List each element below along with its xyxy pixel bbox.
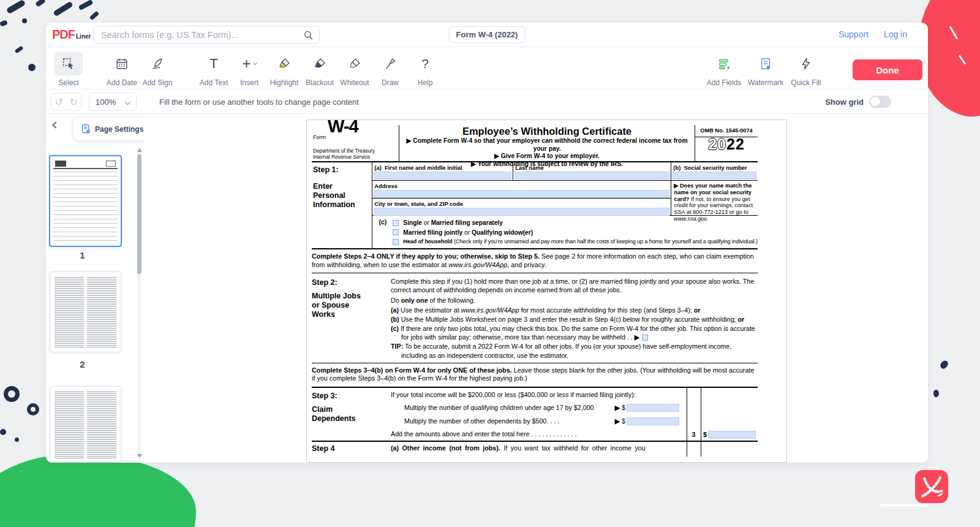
pdfliner-logo[interactable]: PDF Liner [52, 28, 91, 42]
show-grid-toggle[interactable] [869, 96, 891, 108]
form-header-left: Form W-4 Department of the Treasury Inte… [312, 125, 399, 161]
scroll-down-arrow[interactable] [137, 454, 142, 458]
search-box[interactable] [93, 26, 320, 44]
head-of-household-checkbox[interactable] [393, 239, 399, 245]
decor-dot [933, 389, 940, 398]
blackout-button[interactable]: Blackout [302, 52, 337, 87]
thumbnail-preview [53, 159, 118, 243]
step2-section: Step 2: Multiple Jobs or Spouse Works Co… [312, 273, 758, 363]
address-field[interactable] [374, 190, 669, 198]
step2-label: Step 2: Multiple Jobs or Spouse Works [312, 278, 388, 319]
page-settings-button[interactable]: Page Settings [74, 118, 151, 140]
add-date-button[interactable]: Add Date [104, 52, 140, 87]
whiteout-button[interactable]: Whiteout [337, 52, 372, 87]
step3-divider [701, 388, 701, 441]
undo-icon[interactable]: ↺ [51, 94, 66, 110]
step3-line-number: 3 [687, 431, 701, 439]
department-lines: Department of the Treasury Internal Reve… [313, 148, 375, 160]
search-icon[interactable] [303, 30, 314, 40]
decor-white-slash [880, 504, 928, 506]
highlighter-icon [270, 52, 298, 75]
last-name-field[interactable] [514, 172, 669, 180]
plus-icon: + [235, 52, 263, 75]
thumbnail-preview [55, 276, 84, 348]
step4-section: Step 4 (a) Other income (not from jobs).… [312, 442, 758, 457]
step3-label: Step 3: Claim Dependents [312, 392, 388, 423]
step3-children-row: Multiply the number of qualifying childr… [391, 403, 680, 412]
single-checkbox[interactable] [393, 220, 399, 226]
top-bar: PDF Liner Form W-4 (2022) Support Log in [46, 23, 928, 47]
page-thumbnail-1[interactable] [49, 155, 122, 247]
watermark-button[interactable]: Watermark [748, 52, 783, 87]
chevron-down-icon [252, 61, 257, 65]
sidebar-collapse-button[interactable] [53, 123, 61, 130]
step1-name-band: (a) First name and middle initial Last n… [372, 162, 758, 216]
step2-item-b: (b) Use the Multiple Jobs Worksheet on p… [391, 315, 758, 324]
ssn-field[interactable] [673, 172, 756, 180]
filing-status-single-row: Single or Married filing separately [393, 218, 758, 228]
insert-button[interactable]: + Insert [232, 52, 267, 87]
scroll-up-arrow[interactable] [137, 148, 142, 152]
redo-icon[interactable]: ↻ [66, 94, 81, 110]
filing-status-married-row: Married filing jointly or Qualifying wid… [393, 228, 758, 238]
done-button[interactable]: Done [853, 59, 922, 80]
blackout-brush-icon [306, 52, 334, 75]
ssn-caption: (b) Social security number [671, 162, 758, 171]
zoom-select[interactable]: 100% [89, 93, 137, 111]
zoom-value: 100% [96, 97, 126, 107]
step4-label: Step 4 [312, 444, 388, 453]
support-link[interactable]: Support [839, 29, 869, 39]
add-sign-button[interactable]: Add Sign [140, 52, 175, 87]
page-number-1: 1 [46, 250, 119, 260]
draw-button[interactable]: Draw [372, 52, 408, 87]
page-settings-icon [81, 124, 91, 135]
help-button[interactable]: ? Help [407, 52, 443, 87]
city-field[interactable] [374, 208, 669, 216]
step1-ssn-column: (b) Social security number ▶ Does your n… [671, 162, 758, 215]
decor-dot [0, 429, 6, 435]
address-caption: Address [372, 181, 671, 189]
sidebar-scrollbar-thumb[interactable] [137, 154, 141, 274]
chevron-left-icon [52, 121, 59, 128]
filing-status-hoh-row: Head of household (Check only if you’re … [393, 237, 758, 247]
step1-section: Step 1: Enter Personal Information (a) F… [312, 162, 758, 249]
select-tool-button[interactable]: Select [51, 52, 86, 87]
main-toolbar: Select Add Date Add Sign T Add Text + In… [46, 48, 928, 89]
page-settings-label: Page Settings [95, 125, 143, 134]
add-text-button[interactable]: T Add Text [196, 52, 232, 87]
document-title-badge: Form W-4 (2022) [449, 26, 526, 43]
step4-item-a: (a) Other income (not from jobs). If you… [391, 444, 680, 452]
decor-brush-stroke [35, 0, 46, 7]
step2-item-a: (a) Use the estimator at www.irs.gov/W4A… [391, 306, 758, 314]
highlight-button[interactable]: Highlight [266, 52, 302, 87]
add-fields-button[interactable]: Add Fields [706, 52, 742, 87]
first-name-field[interactable] [374, 172, 511, 180]
step4-divider [701, 442, 701, 457]
married-jointly-checkbox[interactable] [393, 229, 399, 235]
decor-brush-stroke [6, 0, 26, 14]
login-link[interactable]: Log in [884, 29, 907, 39]
filing-status-rows: Single or Married filing separately Marr… [393, 218, 758, 247]
pages-sidebar: Page Settings 1 2 [46, 114, 144, 463]
toggle-knob [870, 97, 880, 107]
page-thumbnail-2[interactable] [50, 271, 121, 352]
step3-total-cell: $ [703, 430, 757, 439]
page-thumbnail-3[interactable] [50, 386, 121, 463]
steps-3-4b-paragraph: Complete Steps 3–4(b) on Form W-4 for on… [312, 363, 758, 388]
step1-left-fields: (a) First name and middle initial Last n… [372, 162, 671, 215]
decor-brush-stroke [15, 46, 24, 54]
first-name-caption: (a) First name and middle initial [372, 162, 513, 171]
other-dependents-field[interactable] [627, 417, 679, 425]
two-jobs-checkbox[interactable] [642, 335, 648, 341]
step3-content: If your total income will be $200,000 or… [391, 391, 680, 426]
watermark-icon [752, 52, 780, 75]
decor-dot [28, 64, 36, 71]
search-input[interactable] [101, 26, 297, 44]
quick-fill-button[interactable]: Quick Fill [788, 52, 824, 87]
add-fields-icon [710, 52, 738, 75]
qualifying-children-field[interactable] [627, 404, 679, 412]
thumbnail-preview [87, 390, 116, 458]
city-caption: City or town, state, and ZIP code [372, 199, 671, 207]
step3-dependents-row: Multiply the number of other dependents … [391, 417, 680, 426]
step3-total-field[interactable] [708, 431, 756, 439]
